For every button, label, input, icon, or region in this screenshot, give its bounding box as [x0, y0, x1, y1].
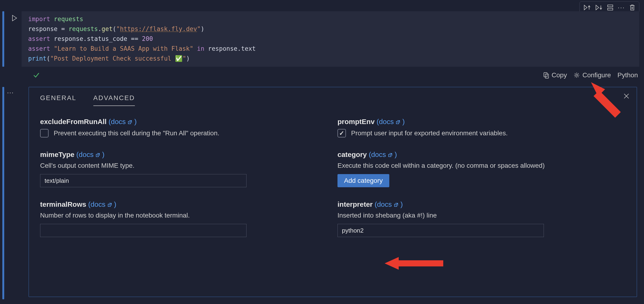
checkbox-excludefromrunall[interactable]	[40, 129, 48, 137]
configure-button[interactable]: Configure	[574, 71, 611, 79]
field-mimetype: mimeType (docs ) Cell's output content M…	[40, 150, 328, 187]
split-cell-icon[interactable]	[607, 4, 614, 11]
svg-rect-0	[608, 5, 613, 7]
input-mimetype[interactable]	[40, 174, 246, 187]
field-promptenv: promptEnv (docs ) Prompt user input for …	[338, 118, 626, 137]
more-actions-icon[interactable]: ···	[618, 4, 625, 11]
code-editor[interactable]: import requests response = requests.get(…	[22, 11, 639, 67]
copy-button[interactable]: Copy	[543, 71, 567, 79]
docs-link-excludefromrunall[interactable]: (docs )	[108, 118, 137, 125]
close-icon[interactable]	[623, 93, 630, 101]
desc-excludefromrunall: Prevent executing this cell during the "…	[54, 129, 219, 137]
code-content[interactable]: import requests response = requests.get(…	[28, 14, 633, 63]
input-terminalrows[interactable]	[40, 224, 246, 237]
run-above-icon[interactable]	[584, 4, 591, 11]
tab-advanced[interactable]: ADVANCED	[93, 94, 135, 106]
svg-rect-1	[608, 8, 613, 10]
run-below-icon[interactable]	[595, 4, 603, 11]
input-interpreter[interactable]	[338, 224, 544, 237]
configure-panel: GENERAL ADVANCED excludeFromRunAll (docs…	[28, 87, 637, 297]
desc-promptenv: Prompt user input for exported environme…	[351, 129, 508, 137]
docs-link-promptenv[interactable]: (docs )	[377, 118, 405, 125]
success-check-icon	[33, 72, 40, 79]
desc-terminalrows: Number of rows to display in the noteboo…	[40, 212, 328, 219]
desc-mimetype: Cell's output content MIME type.	[40, 162, 328, 169]
panel-active-indicator	[2, 87, 4, 299]
svg-point-4	[576, 74, 578, 76]
run-cell-gutter	[8, 11, 22, 67]
label-interpreter: interpreter	[338, 200, 373, 208]
field-interpreter: interpreter (docs ) Inserted into sheban…	[338, 200, 626, 237]
code-cell: import requests response = requests.get(…	[2, 11, 639, 67]
field-excludefromrunall: excludeFromRunAll (docs ) Prevent execut…	[40, 118, 328, 137]
docs-link-interpreter[interactable]: (docs )	[374, 200, 403, 208]
docs-link-terminalrows[interactable]: (docs )	[88, 200, 116, 208]
cell-collapse-icon[interactable]: ···	[7, 89, 14, 96]
desc-interpreter: Inserted into shebang (aka #!) line	[338, 212, 626, 219]
field-terminalrows: terminalRows (docs ) Number of rows to d…	[40, 200, 328, 237]
add-category-button[interactable]: Add category	[338, 174, 389, 187]
label-excludefromrunall: excludeFromRunAll	[40, 118, 106, 125]
cell-active-indicator	[2, 11, 4, 67]
language-indicator[interactable]: Python	[618, 71, 638, 79]
docs-link-mimetype[interactable]: (docs )	[76, 150, 104, 158]
label-category: category	[338, 150, 367, 158]
field-category: category (docs ) Execute this code cell …	[338, 150, 626, 187]
label-mimetype: mimeType	[40, 150, 74, 158]
label-promptenv: promptEnv	[338, 118, 374, 125]
tab-general[interactable]: GENERAL	[40, 94, 76, 106]
tabs: GENERAL ADVANCED	[40, 94, 626, 106]
label-terminalrows: terminalRows	[40, 200, 86, 208]
cell-status-bar: Copy Configure Python	[2, 70, 639, 80]
delete-cell-icon[interactable]	[629, 4, 635, 11]
run-cell-icon[interactable]	[11, 15, 18, 67]
checkbox-promptenv[interactable]	[338, 129, 346, 137]
right-column: promptEnv (docs ) Prompt user input for …	[338, 118, 626, 237]
left-column: excludeFromRunAll (docs ) Prevent execut…	[40, 118, 328, 237]
desc-category: Execute this code cell within a category…	[338, 162, 626, 169]
docs-link-category[interactable]: (docs )	[369, 150, 397, 158]
